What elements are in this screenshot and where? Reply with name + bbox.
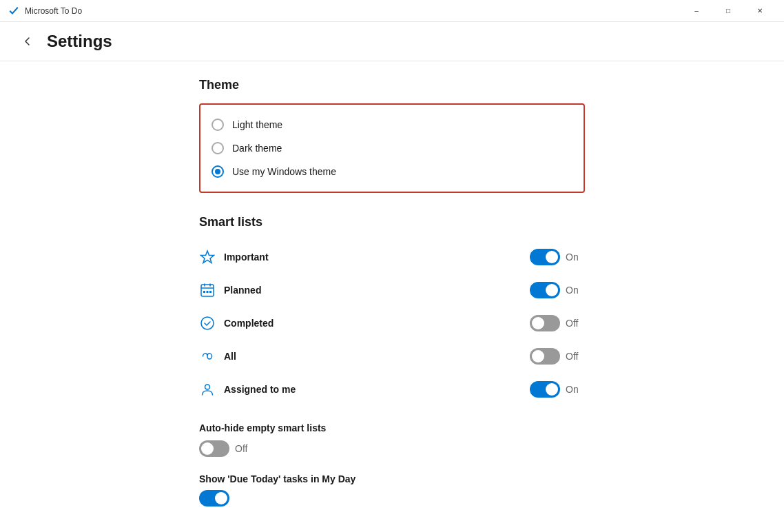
minimize-button[interactable]: – [681, 0, 712, 22]
title-bar: Microsoft To Do – □ ✕ [0, 0, 784, 22]
important-toggle-row: On [530, 249, 585, 265]
all-label: All [224, 351, 530, 362]
maximize-button[interactable]: □ [712, 0, 744, 22]
list-item: Planned On [199, 274, 585, 307]
back-button[interactable] [17, 30, 39, 52]
show-due-toggle-row [199, 490, 585, 507]
list-item: Assigned to me On [199, 373, 585, 406]
title-bar-controls: – □ ✕ [681, 0, 776, 22]
theme-section-title: Theme [199, 78, 585, 92]
important-toggle-thumb [546, 251, 558, 263]
theme-options-box: Light theme Dark theme Use my Windows th… [199, 103, 585, 193]
auto-hide-toggle[interactable] [199, 440, 229, 457]
back-arrow-icon [22, 36, 33, 47]
main-content: Theme Light theme Dark theme Us [0, 61, 784, 532]
app-title: Microsoft To Do [25, 6, 82, 16]
all-toggle-thumb [532, 350, 544, 362]
planned-toggle-row: On [530, 282, 585, 298]
infinity-icon [199, 348, 216, 365]
completed-label: Completed [224, 318, 530, 329]
radio-selected-dot [215, 169, 220, 174]
planned-toggle-label: On [566, 285, 585, 296]
completed-toggle-label: Off [566, 318, 585, 329]
show-due-toggle[interactable] [199, 490, 229, 507]
light-theme-option[interactable]: Light theme [212, 113, 572, 136]
smart-lists-section: Smart lists Important On [199, 215, 585, 406]
svg-rect-5 [203, 291, 205, 293]
show-due-section: Show 'Due Today' tasks in My Day [199, 473, 585, 507]
light-theme-label: Light theme [232, 119, 282, 130]
show-due-toggle-thumb [215, 492, 227, 504]
close-button[interactable]: ✕ [744, 0, 776, 22]
important-toggle[interactable] [530, 249, 560, 265]
assigned-label: Assigned to me [224, 384, 530, 395]
windows-theme-radio[interactable] [212, 165, 224, 178]
show-due-title: Show 'Due Today' tasks in My Day [199, 473, 585, 484]
star-icon [199, 249, 216, 265]
app-logo-icon [8, 6, 19, 17]
svg-rect-1 [201, 285, 214, 296]
calendar-icon [199, 282, 216, 298]
app-header: Settings [0, 22, 784, 61]
all-toggle-row: Off [530, 348, 585, 365]
svg-marker-0 [201, 251, 214, 263]
light-theme-radio[interactable] [212, 119, 224, 131]
assigned-toggle-label: On [566, 384, 585, 395]
planned-toggle[interactable] [530, 282, 560, 298]
settings-container: Theme Light theme Dark theme Us [185, 78, 599, 518]
all-toggle[interactable] [530, 348, 560, 365]
assigned-toggle-thumb [546, 383, 558, 396]
dark-theme-radio[interactable] [212, 142, 224, 154]
title-bar-left: Microsoft To Do [8, 6, 82, 17]
person-icon [199, 381, 216, 398]
list-item: All Off [199, 340, 585, 373]
all-toggle-label: Off [566, 351, 585, 362]
list-item: Completed Off [199, 307, 585, 340]
windows-theme-label: Use my Windows theme [232, 166, 336, 177]
windows-theme-option[interactable]: Use my Windows theme [212, 160, 572, 183]
svg-point-8 [201, 317, 214, 329]
svg-point-9 [205, 385, 210, 389]
completed-toggle[interactable] [530, 315, 560, 331]
completed-toggle-row: Off [530, 315, 585, 331]
auto-hide-section: Auto-hide empty smart lists Off [199, 422, 585, 457]
assigned-toggle[interactable] [530, 381, 560, 398]
svg-rect-6 [207, 291, 209, 293]
completed-toggle-thumb [532, 317, 544, 329]
dark-theme-label: Dark theme [232, 143, 282, 154]
theme-section: Theme Light theme Dark theme Us [199, 78, 585, 193]
smart-lists-section-title: Smart lists [199, 215, 585, 229]
important-label: Important [224, 252, 530, 263]
check-circle-icon [199, 315, 216, 331]
auto-hide-title: Auto-hide empty smart lists [199, 422, 585, 433]
svg-rect-7 [209, 291, 212, 293]
assigned-toggle-row: On [530, 381, 585, 398]
auto-hide-toggle-row: Off [199, 440, 585, 457]
auto-hide-toggle-label: Off [235, 443, 254, 454]
page-title: Settings [47, 32, 112, 51]
dark-theme-option[interactable]: Dark theme [212, 136, 572, 160]
list-item: Important On [199, 241, 585, 274]
planned-toggle-thumb [546, 284, 558, 296]
auto-hide-toggle-thumb [201, 442, 214, 455]
important-toggle-label: On [566, 252, 585, 263]
planned-label: Planned [224, 285, 530, 296]
